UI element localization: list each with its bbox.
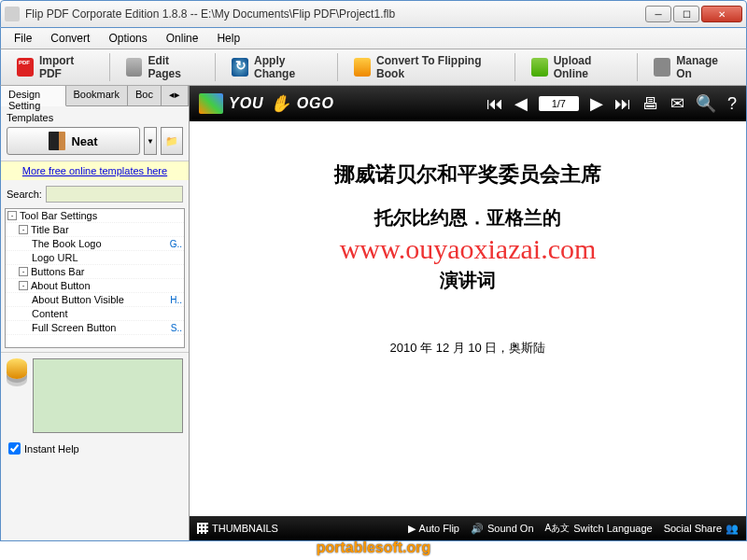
page-heading-1: 挪威诺贝尔和平奖委员会主席 (208, 161, 727, 189)
templates-label: Templates (7, 112, 183, 123)
template-neat-button[interactable]: Neat (7, 127, 140, 155)
apply-change-button[interactable]: Apply Change (221, 52, 331, 82)
menu-options[interactable]: Options (99, 30, 156, 47)
preview-header: YOU ✋ OGO ⏮ ◀ 1/7 ▶ ⏭ 🖶 ✉ 🔍 ? (190, 86, 746, 121)
search-input[interactable] (46, 186, 183, 203)
template-dropdown[interactable]: ▼ (144, 127, 157, 155)
tree-content[interactable]: Content (6, 307, 184, 321)
maximize-button[interactable]: ☐ (673, 6, 699, 22)
sound-button[interactable]: 🔊 Sound On (471, 523, 534, 535)
minimize-button[interactable]: ─ (645, 6, 671, 22)
thumbnails-button[interactable]: THUMBNAILS (197, 523, 278, 534)
menu-file[interactable]: File (5, 30, 41, 47)
more-templates-link[interactable]: More free online templates here (1, 161, 189, 180)
manage-button[interactable]: Manage On (643, 52, 740, 82)
instant-help-checkbox[interactable] (8, 442, 21, 455)
preview-logo: YOU ✋ OGO (199, 93, 334, 114)
logo-preview-box[interactable] (33, 358, 183, 433)
language-button[interactable]: Aあ文 Switch Language (545, 522, 653, 535)
tree-book-logo[interactable]: The Book LogoG.. (6, 237, 184, 251)
prev-page-button[interactable]: ◀ (514, 93, 528, 114)
upload-icon (531, 58, 548, 77)
tree-fullscreen[interactable]: Full Screen ButtonS.. (6, 321, 184, 335)
email-button[interactable]: ✉ (670, 93, 684, 114)
book-icon (354, 58, 371, 77)
divider (109, 53, 110, 81)
preview-footer: THUMBNAILS ▶ Auto Flip 🔊 Sound On Aあ文 Sw… (190, 516, 746, 540)
edit-icon (126, 58, 143, 77)
print-button[interactable]: 🖶 (642, 94, 659, 114)
tab-boc[interactable]: Boc (128, 86, 162, 105)
grid-icon (197, 523, 208, 534)
search-row: Search: (1, 180, 189, 208)
hand-icon: ✋ (270, 93, 291, 114)
toolbar: Import PDF Edit Pages Apply Change Conve… (0, 49, 747, 86)
logo-icon (199, 93, 223, 114)
menu-online[interactable]: Online (157, 30, 208, 47)
divider (637, 53, 638, 81)
edit-pages-button[interactable]: Edit Pages (116, 52, 210, 82)
tree-logo-url[interactable]: Logo URL (6, 251, 184, 265)
database-icon (7, 358, 27, 379)
template-import-button[interactable]: 📁 (161, 127, 183, 155)
last-page-button[interactable]: ⏭ (614, 94, 631, 114)
watermark-footer: portablesoft.org (0, 539, 747, 556)
tree-about-visible[interactable]: About Button VisibleH.. (6, 293, 184, 307)
window-titlebar: Flip PDF Corporate Edition 1.8.8 -- E:\M… (0, 0, 747, 28)
page-canvas[interactable]: 挪威诺贝尔和平奖委员会主席 托尔比约恩．亚格兰的 www.ouyaoxiazai… (190, 121, 746, 516)
search-label: Search: (7, 189, 42, 200)
import-pdf-button[interactable]: Import PDF (7, 52, 104, 82)
convert-button[interactable]: Convert To Flipping Book (344, 52, 509, 82)
logo-preview-area (1, 352, 189, 439)
page-heading-2: 托尔比约恩．亚格兰的 (208, 205, 727, 231)
first-page-button[interactable]: ⏮ (486, 94, 503, 114)
page-nav: ⏮ ◀ 1/7 ▶ ⏭ 🖶 ✉ 🔍 ? (486, 93, 737, 114)
menu-convert[interactable]: Convert (41, 30, 99, 47)
divider (215, 53, 216, 81)
tree-title-bar[interactable]: -Title Bar (6, 223, 184, 237)
menu-bar: File Convert Options Online Help (0, 28, 747, 49)
tab-design-setting[interactable]: Design Setting (1, 86, 66, 106)
instant-help-label: Instant Help (24, 443, 79, 455)
page-date: 2010 年 12 月 10 日，奥斯陆 (208, 340, 727, 357)
tree-buttons-bar[interactable]: -Buttons Bar (6, 265, 184, 279)
tree-about-button[interactable]: -About Button (6, 279, 184, 293)
instant-help-row: Instant Help (1, 439, 189, 458)
page-number[interactable]: 1/7 (539, 96, 579, 111)
help-button[interactable]: ? (727, 94, 737, 114)
menu-help[interactable]: Help (207, 30, 249, 47)
tab-scroll[interactable]: ◂▸ (162, 86, 189, 105)
tree-toolbar-settings[interactable]: -Tool Bar Settings (6, 209, 184, 223)
left-panel: Design Setting Bookmark Boc ◂▸ Templates… (1, 86, 190, 540)
refresh-icon (232, 58, 248, 77)
social-share-button[interactable]: Social Share 👥 (664, 523, 739, 535)
upload-button[interactable]: Upload Online (521, 52, 632, 82)
watermark-text: www.ouyaoxiazai.com (190, 233, 746, 265)
tab-bookmark[interactable]: Bookmark (66, 86, 129, 105)
settings-tree[interactable]: -Tool Bar Settings -Title Bar The Book L… (5, 208, 185, 348)
book-icon (49, 132, 65, 150)
window-title: Flip PDF Corporate Edition 1.8.8 -- E:\M… (25, 7, 645, 21)
left-tabs: Design Setting Bookmark Boc ◂▸ (1, 86, 189, 106)
gear-icon (654, 58, 670, 77)
autoflip-button[interactable]: ▶ Auto Flip (408, 523, 459, 535)
next-page-button[interactable]: ▶ (590, 93, 603, 114)
close-button[interactable]: ✕ (701, 6, 742, 22)
divider (337, 53, 338, 81)
preview-area: YOU ✋ OGO ⏮ ◀ 1/7 ▶ ⏭ 🖶 ✉ 🔍 ? 挪威诺贝尔和平奖委员… (190, 86, 746, 540)
app-icon (5, 7, 20, 21)
zoom-button[interactable]: 🔍 (696, 93, 716, 114)
divider (514, 53, 515, 81)
templates-section: Templates Neat ▼ 📁 (1, 106, 189, 161)
pdf-icon (17, 58, 34, 77)
page-heading-3: 演讲词 (208, 268, 727, 293)
